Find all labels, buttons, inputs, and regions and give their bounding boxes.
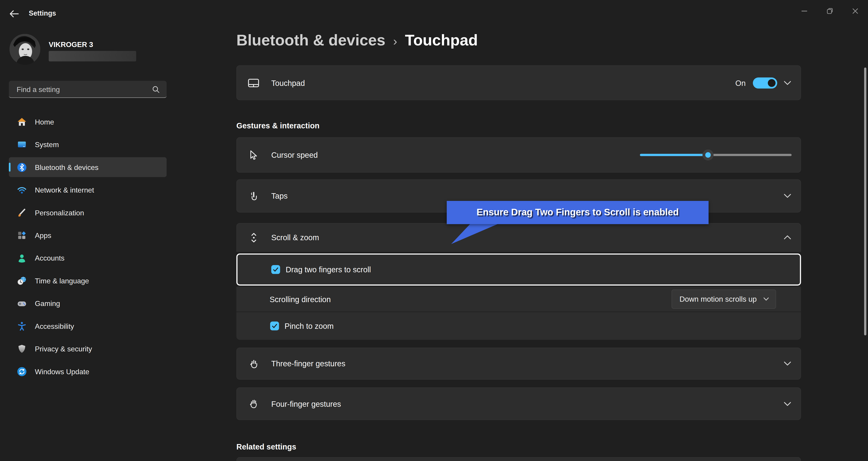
page-title: Touchpad	[405, 32, 477, 49]
touchpad-toggle-card[interactable]: Touchpad On	[237, 65, 801, 100]
windows-update-icon	[17, 366, 27, 377]
sidebar-item-windows-update[interactable]: Windows Update	[9, 361, 166, 381]
chevron-down-icon[interactable]	[784, 81, 791, 85]
touchpad-toggle[interactable]	[753, 77, 777, 88]
app-title: Settings	[29, 9, 56, 17]
profile-email-redacted	[49, 51, 136, 61]
scrolling-direction-label: Scrolling direction	[270, 295, 331, 304]
close-icon	[852, 8, 859, 14]
pinch-to-zoom-row[interactable]: Pinch to zoom	[237, 312, 801, 340]
touchpad-icon	[248, 79, 259, 87]
sidebar-item-label: Gaming	[35, 299, 60, 308]
scrollbar-thumb[interactable]	[864, 68, 866, 335]
accounts-icon	[17, 253, 27, 263]
close-button[interactable]	[842, 0, 868, 22]
sidebar-item-label: System	[35, 140, 59, 149]
sidebar-item-label: Accessibility	[35, 322, 74, 330]
annotation-text: Ensure Drag Two Fingers to Scroll is ena…	[476, 207, 679, 218]
touchpad-label: Touchpad	[271, 79, 305, 87]
three-finger-expander[interactable]: Three-finger gestures	[237, 347, 801, 380]
four-finger-expander[interactable]: Four-finger gestures	[237, 387, 801, 420]
pinch-to-zoom-label: Pinch to zoom	[285, 321, 334, 330]
sidebar-item-label: Accounts	[35, 254, 64, 262]
sidebar-item-label: Personalization	[35, 208, 84, 217]
annotation-callout-tail	[447, 223, 502, 246]
scrolling-direction-row: Scrolling direction Down motion scrolls …	[237, 287, 801, 312]
sidebar-item-accounts[interactable]: Accounts	[9, 248, 166, 268]
section-heading-gestures: Gestures & interaction	[237, 121, 320, 130]
sidebar-item-home[interactable]: Home	[9, 112, 166, 132]
cursor-speed-slider[interactable]	[640, 149, 792, 160]
slider-thumb[interactable]	[703, 149, 714, 160]
restore-icon	[827, 8, 833, 14]
time-language-icon	[17, 275, 27, 286]
minimize-icon	[801, 8, 808, 14]
sidebar-item-label: Apps	[35, 231, 51, 239]
scroll-icon	[248, 232, 259, 243]
related-settings-card-partial[interactable]	[237, 457, 801, 461]
window-controls	[792, 0, 868, 22]
chevron-up-icon[interactable]	[784, 235, 791, 240]
section-heading-related: Related settings	[237, 442, 296, 451]
cursor-speed-card: Cursor speed	[237, 137, 801, 173]
cursor-icon	[248, 150, 259, 160]
four-finger-label: Four-finger gestures	[271, 399, 341, 408]
titlebar: Settings	[0, 0, 868, 22]
sidebar-item-label: Network & internet	[35, 186, 94, 194]
tap-finger-icon	[248, 191, 259, 201]
dropdown-value: Down motion scrolls up	[680, 295, 757, 303]
sidebar-item-label: Home	[35, 118, 54, 126]
avatar	[9, 34, 40, 65]
sidebar-item-personalization[interactable]: Personalization	[9, 203, 166, 222]
personalization-icon	[17, 207, 27, 218]
chevron-down-icon	[763, 297, 769, 301]
cursor-speed-label: Cursor speed	[271, 151, 318, 159]
toggle-state-label: On	[735, 79, 746, 87]
apps-icon	[17, 230, 27, 241]
back-button[interactable]	[6, 6, 21, 21]
three-finger-hand-icon	[248, 359, 259, 369]
search-input[interactable]	[9, 85, 152, 93]
chevron-down-icon[interactable]	[784, 402, 791, 406]
home-icon	[17, 117, 27, 127]
privacy-shield-icon	[17, 343, 27, 354]
scroll-zoom-expander[interactable]: Scroll & zoom	[237, 223, 801, 252]
pinch-to-zoom-checkbox[interactable]	[270, 321, 279, 330]
four-finger-hand-icon	[248, 398, 259, 409]
annotation-callout: Ensure Drag Two Fingers to Scroll is ena…	[447, 201, 708, 224]
sidebar-item-privacy-security[interactable]: Privacy & security	[9, 339, 166, 359]
network-icon	[17, 185, 27, 195]
drag-two-fingers-row[interactable]: Drag two fingers to scroll	[237, 253, 801, 286]
account-profile[interactable]: VIKROGER 3	[9, 34, 164, 66]
sidebar-item-label: Time & language	[35, 276, 89, 285]
breadcrumb-parent[interactable]: Bluetooth & devices	[237, 32, 385, 49]
drag-two-fingers-label: Drag two fingers to scroll	[286, 265, 371, 274]
sidebar-item-system[interactable]: System	[9, 134, 166, 154]
breadcrumb: Bluetooth & devices › Touchpad	[237, 32, 478, 49]
drag-two-fingers-checkbox[interactable]	[271, 265, 280, 274]
minimize-button[interactable]	[792, 0, 817, 22]
sidebar-item-bluetooth-devices[interactable]: Bluetooth & devices	[9, 157, 166, 177]
sidebar-item-accessibility[interactable]: Accessibility	[9, 316, 166, 336]
scroll-zoom-label: Scroll & zoom	[271, 233, 319, 242]
search-icon	[152, 85, 160, 93]
toggle-knob	[768, 79, 776, 87]
breadcrumb-separator-icon: ›	[393, 34, 397, 49]
chevron-down-icon[interactable]	[784, 194, 791, 198]
sidebar-item-gaming[interactable]: Gaming	[9, 293, 166, 313]
accessibility-icon	[17, 321, 27, 331]
restore-button[interactable]	[817, 0, 843, 22]
sidebar-item-label: Bluetooth & devices	[35, 163, 98, 171]
scrolling-direction-dropdown[interactable]: Down motion scrolls up	[672, 289, 776, 309]
sidebar-item-time-language[interactable]: Time & language	[9, 271, 166, 290]
profile-name: VIKROGER 3	[49, 40, 93, 49]
taps-label: Taps	[271, 191, 287, 200]
gaming-icon	[17, 298, 27, 309]
chevron-down-icon[interactable]	[784, 361, 791, 366]
slider-fill	[640, 154, 708, 156]
sidebar-item-network-internet[interactable]: Network & internet	[9, 180, 166, 200]
settings-window: Settings VI	[0, 0, 868, 461]
sidebar-item-apps[interactable]: Apps	[9, 225, 166, 245]
system-icon	[17, 139, 27, 150]
search-box[interactable]	[9, 81, 166, 98]
